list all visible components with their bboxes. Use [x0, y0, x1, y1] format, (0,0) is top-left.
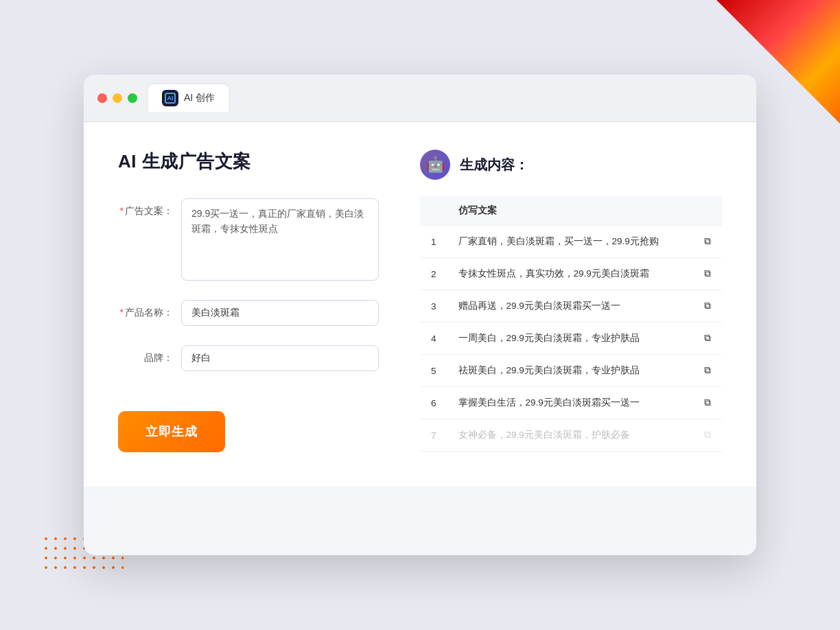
- table-row: 6掌握美白生活，29.9元美白淡斑霜买一送一⧉: [420, 387, 722, 419]
- browser-window: AI AI 创作 AI 生成广告文案 *广告文案： 29.9买一送一，真正的厂家…: [84, 75, 756, 555]
- generate-button[interactable]: 立即生成: [118, 411, 225, 452]
- ad-copy-label: *广告文案：: [118, 198, 173, 218]
- right-panel: 🤖 生成内容： 仿写文案 1厂家直销，美白淡斑霜，买一送一，29.9元抢购⧉2专…: [420, 150, 722, 452]
- brand-input[interactable]: [181, 345, 379, 371]
- row-text: 女神必备，29.9元美白淡斑霜，护肤必备: [447, 419, 693, 452]
- robot-face-icon: 🤖: [426, 156, 445, 174]
- ai-tab[interactable]: AI AI 创作: [148, 84, 229, 112]
- row-text: 掌握美白生活，29.9元美白淡斑霜买一送一: [447, 387, 693, 419]
- browser-content: AI 生成广告文案 *广告文案： 29.9买一送一，真正的厂家直销，美白淡斑霜，…: [84, 122, 756, 487]
- table-row: 3赠品再送，29.9元美白淡斑霜买一送一⧉: [420, 290, 722, 323]
- required-star-2: *: [120, 307, 124, 318]
- col-num: [420, 196, 447, 226]
- ad-copy-group: *广告文案： 29.9买一送一，真正的厂家直销，美白淡斑霜，专抹女性斑点: [118, 198, 379, 281]
- col-copy: [693, 196, 722, 226]
- copy-button[interactable]: ⧉: [693, 290, 722, 323]
- row-text: 专抹女性斑点，真实功效，29.9元美白淡斑霜: [447, 258, 693, 290]
- row-number: 5: [420, 355, 447, 387]
- copy-button[interactable]: ⧉: [693, 419, 722, 452]
- result-title: 生成内容：: [460, 156, 528, 174]
- window-controls: [97, 93, 137, 103]
- copy-button[interactable]: ⧉: [693, 258, 722, 290]
- ad-copy-textarea[interactable]: 29.9买一送一，真正的厂家直销，美白淡斑霜，专抹女性斑点: [181, 198, 379, 281]
- row-text: 一周美白，29.9元美白淡斑霜，专业护肤品: [447, 323, 693, 355]
- robot-icon: 🤖: [420, 150, 450, 180]
- brand-label: 品牌：: [118, 345, 173, 364]
- row-text: 祛斑美白，29.9元美白淡斑霜，专业护肤品: [447, 355, 693, 387]
- copy-button[interactable]: ⧉: [693, 355, 722, 387]
- required-star-1: *: [120, 205, 124, 216]
- page-title: AI 生成广告文案: [118, 150, 379, 174]
- left-panel: AI 生成广告文案 *广告文案： 29.9买一送一，真正的厂家直销，美白淡斑霜，…: [118, 150, 379, 452]
- maximize-button[interactable]: [128, 93, 137, 103]
- table-row: 7女神必备，29.9元美白淡斑霜，护肤必备⧉: [420, 419, 722, 452]
- close-button[interactable]: [97, 93, 107, 103]
- tab-label: AI 创作: [184, 92, 215, 104]
- table-row: 5祛斑美白，29.9元美白淡斑霜，专业护肤品⧉: [420, 355, 722, 387]
- product-name-input[interactable]: [181, 300, 379, 326]
- row-number: 2: [420, 258, 447, 290]
- table-row: 4一周美白，29.9元美白淡斑霜，专业护肤品⧉: [420, 323, 722, 355]
- minimize-button[interactable]: [113, 93, 122, 103]
- table-row: 2专抹女性斑点，真实功效，29.9元美白淡斑霜⧉: [420, 258, 722, 290]
- product-name-group: *产品名称：: [118, 300, 379, 326]
- row-text: 厂家直销，美白淡斑霜，买一送一，29.9元抢购: [447, 226, 693, 258]
- copy-button[interactable]: ⧉: [693, 387, 722, 419]
- title-bar: AI AI 创作: [84, 75, 756, 122]
- brand-group: 品牌：: [118, 345, 379, 371]
- result-table: 仿写文案 1厂家直销，美白淡斑霜，买一送一，29.9元抢购⧉2专抹女性斑点，真实…: [420, 196, 722, 452]
- col-text: 仿写文案: [447, 196, 693, 226]
- product-name-label: *产品名称：: [118, 300, 173, 319]
- copy-button[interactable]: ⧉: [693, 323, 722, 355]
- tab-icon-inner: AI: [165, 93, 176, 104]
- row-number: 4: [420, 323, 447, 355]
- row-text: 赠品再送，29.9元美白淡斑霜买一送一: [447, 290, 693, 323]
- table-row: 1厂家直销，美白淡斑霜，买一送一，29.9元抢购⧉: [420, 226, 722, 258]
- row-number: 1: [420, 226, 447, 258]
- copy-button[interactable]: ⧉: [693, 226, 722, 258]
- result-header: 🤖 生成内容：: [420, 150, 722, 180]
- row-number: 7: [420, 419, 447, 452]
- row-number: 3: [420, 290, 447, 323]
- tab-icon: AI: [162, 90, 178, 106]
- row-number: 6: [420, 387, 447, 419]
